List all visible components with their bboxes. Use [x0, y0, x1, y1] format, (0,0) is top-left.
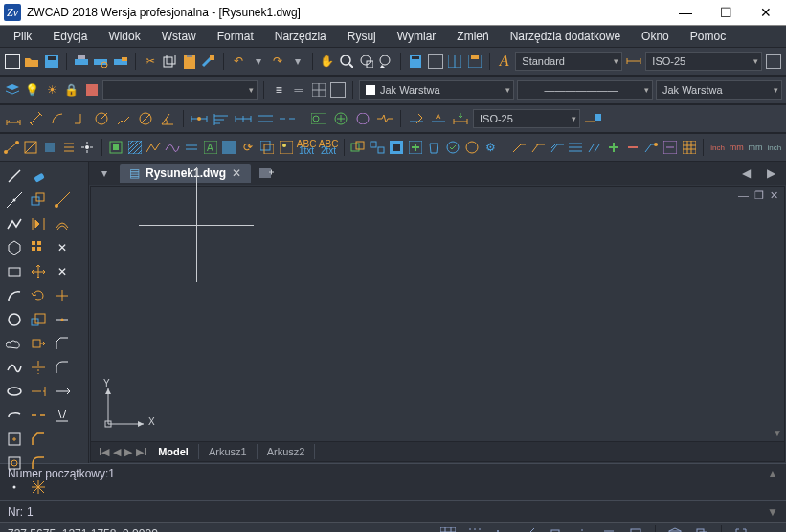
grid-toggle-icon[interactable]: [464, 525, 485, 532]
ungroup-icon[interactable]: [370, 138, 386, 157]
circle-icon[interactable]: [3, 308, 26, 331]
lwt-toggle-icon[interactable]: [598, 525, 619, 532]
polygon-icon[interactable]: [3, 236, 26, 259]
text-style-combo[interactable]: Standard: [515, 52, 622, 71]
layout-last-icon[interactable]: ▶I: [134, 446, 148, 458]
viewport-minimize-icon[interactable]: —: [738, 189, 749, 202]
revcloud-icon[interactable]: [3, 332, 26, 355]
dim-style-local-combo[interactable]: ISO-25: [473, 109, 580, 128]
dim-update-icon[interactable]: [451, 109, 470, 128]
publish-icon[interactable]: [112, 52, 129, 71]
document-tab[interactable]: ▤ Rysunek1.dwg ✕: [120, 164, 251, 183]
stretch-icon[interactable]: [27, 332, 50, 355]
lineweight-combo[interactable]: Jak Warstwa: [656, 80, 782, 100]
menu-okno[interactable]: Okno: [632, 28, 679, 45]
list-icon[interactable]: [60, 138, 77, 157]
command-input[interactable]: [25, 504, 765, 520]
erase-icon[interactable]: [27, 165, 50, 188]
region-icon[interactable]: [42, 138, 58, 157]
lengthen-icon[interactable]: [51, 380, 74, 403]
purge-icon[interactable]: [426, 138, 442, 157]
zoom-realtime-icon[interactable]: [338, 52, 355, 71]
insert-block-icon[interactable]: [3, 428, 26, 451]
menu-narzedzia[interactable]: Narzędzia: [265, 28, 336, 45]
text-style-icon[interactable]: A: [496, 52, 513, 71]
point-icon[interactable]: [3, 476, 26, 499]
table-icon[interactable]: [682, 138, 698, 157]
ellipse-icon[interactable]: [3, 380, 26, 403]
status-menu-icon[interactable]: ▾: [757, 525, 778, 532]
ellipse-arc-icon[interactable]: [3, 404, 26, 427]
zoom-previous-icon[interactable]: [378, 52, 395, 71]
xref-icon[interactable]: [259, 138, 276, 157]
jogged-linear-icon[interactable]: [375, 109, 394, 128]
rotate-icon[interactable]: [27, 284, 50, 307]
open-icon[interactable]: [24, 52, 41, 71]
pan-icon[interactable]: ✋: [319, 52, 336, 71]
audit-icon[interactable]: [445, 138, 461, 157]
image-clip-icon[interactable]: [278, 138, 294, 157]
redo-dropdown-icon[interactable]: ▾: [289, 52, 306, 71]
wblock-icon[interactable]: [388, 138, 404, 157]
qleader-icon[interactable]: [530, 138, 547, 157]
layer-freeze-icon[interactable]: ☀: [43, 80, 60, 100]
dim-angular-icon[interactable]: [158, 109, 177, 128]
scale-icon[interactable]: [27, 308, 50, 331]
layer-on-icon[interactable]: 💡: [24, 80, 41, 100]
layer-color-icon[interactable]: [83, 80, 101, 100]
mleader-align-icon[interactable]: [568, 138, 584, 157]
dim-style-combo[interactable]: ISO-25: [645, 52, 762, 71]
otrack-toggle-icon[interactable]: [572, 525, 593, 532]
chamfer-icon[interactable]: [27, 428, 50, 451]
layout-tab-arkusz1[interactable]: Arkusz1: [199, 444, 258, 459]
dim-edit-icon[interactable]: [407, 109, 426, 128]
dim-jogged-icon[interactable]: [114, 109, 133, 128]
area-icon[interactable]: [23, 138, 39, 157]
layout-first-icon[interactable]: I◀: [97, 446, 111, 458]
viewport-close-icon[interactable]: ✕: [770, 189, 778, 202]
lineweight-icon[interactable]: ═: [290, 80, 307, 100]
drawing-utilities-icon[interactable]: ⚙: [483, 138, 499, 157]
cut-icon[interactable]: ✂: [142, 52, 159, 71]
color-combo[interactable]: Jak Warstwa: [359, 80, 514, 100]
command-scroll-up-icon[interactable]: ▲: [767, 467, 778, 480]
arc-icon[interactable]: [3, 284, 26, 307]
redo-icon[interactable]: ↷: [270, 52, 287, 71]
attribute-block-icon[interactable]: [221, 138, 237, 157]
line-icon[interactable]: [3, 165, 26, 188]
field-icon[interactable]: [662, 138, 679, 157]
dyn-input-icon[interactable]: [664, 525, 685, 532]
tolerance-icon[interactable]: [309, 109, 328, 128]
layout-tab-arkusz2[interactable]: Arkusz2: [258, 444, 316, 459]
units-mm2-icon[interactable]: mm: [748, 138, 764, 157]
style-manager-icon[interactable]: [765, 52, 782, 71]
zoom-window-icon[interactable]: [358, 52, 375, 71]
block-editor-icon[interactable]: [108, 138, 124, 157]
fullscreen-icon[interactable]: [730, 525, 752, 532]
print-preview-icon[interactable]: [93, 52, 110, 71]
close-button[interactable]: ✕: [746, 0, 786, 25]
attribute-sync-icon[interactable]: ⟳: [240, 138, 257, 157]
menu-pomoc[interactable]: Pomoc: [681, 28, 735, 45]
linetype-icon[interactable]: ≡: [270, 80, 287, 100]
mtext-edit-icon[interactable]: ABC2txt: [319, 138, 338, 157]
tab-nav-left-icon[interactable]: ◀: [736, 164, 755, 183]
layout-prev-icon[interactable]: ◀: [111, 446, 123, 458]
fillet-icon[interactable]: [27, 452, 50, 475]
rectangle-icon[interactable]: [3, 260, 26, 283]
spline-icon[interactable]: [3, 356, 26, 379]
menu-wstaw[interactable]: Wstaw: [152, 28, 206, 45]
new-tab-icon[interactable]: [257, 164, 276, 183]
attribute-edit-icon[interactable]: A: [202, 138, 218, 157]
calculator-icon[interactable]: [407, 52, 424, 71]
menu-widok[interactable]: Widok: [99, 28, 149, 45]
copy-object-icon[interactable]: [27, 188, 50, 211]
units-inch-icon[interactable]: inch: [709, 138, 726, 157]
command-line[interactable]: Nr: ▼: [0, 500, 786, 522]
dim-break-icon[interactable]: [278, 109, 297, 128]
fillet-alt-icon[interactable]: [51, 356, 74, 379]
cycling-icon[interactable]: [691, 525, 712, 532]
leader-icon[interactable]: [511, 138, 528, 157]
delete-icon[interactable]: ✕: [51, 236, 74, 259]
tool-palettes-icon[interactable]: [466, 52, 483, 71]
